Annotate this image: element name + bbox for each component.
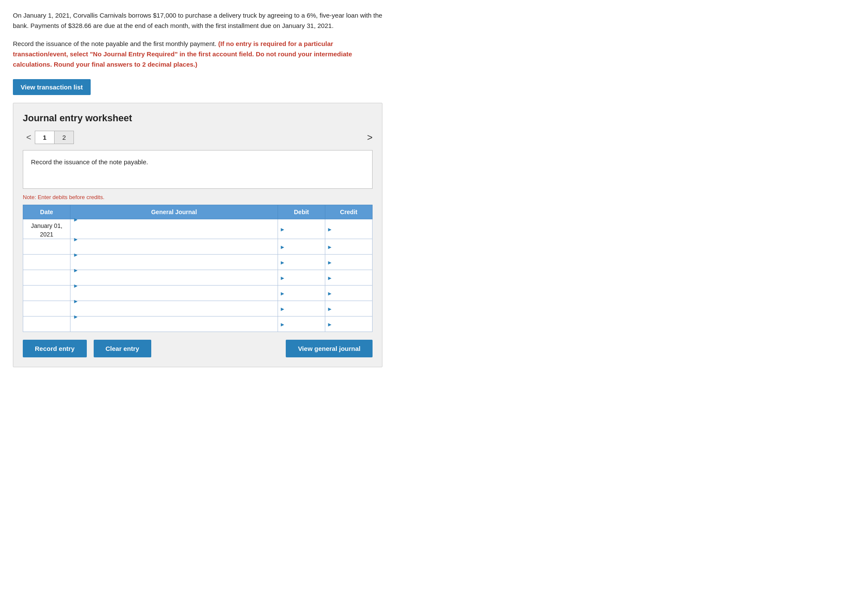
date-cell-5 xyxy=(23,301,70,317)
clear-entry-button[interactable]: Clear entry xyxy=(94,340,151,357)
tab-1[interactable]: 1 xyxy=(35,131,55,144)
tab-next-arrow[interactable]: > xyxy=(367,132,373,143)
credit-input-1[interactable] xyxy=(328,239,370,254)
record-entry-button[interactable]: Record entry xyxy=(23,340,87,357)
credit-arrow-1: ► xyxy=(327,243,333,250)
view-transaction-button[interactable]: View transaction list xyxy=(13,79,91,95)
journal-cell-4[interactable]: ► xyxy=(70,286,278,301)
tab-row: < 1 2 > xyxy=(23,131,373,144)
table-row: ►►► xyxy=(23,317,373,332)
journal-arrow-4: ► xyxy=(73,283,79,289)
debit-cell-1[interactable]: ► xyxy=(278,239,325,255)
credit-input-5[interactable] xyxy=(328,301,370,316)
intro-paragraph2-plain: Record the issuance of the note payable … xyxy=(13,40,218,47)
credit-arrow-2: ► xyxy=(327,259,333,265)
col-header-credit: Credit xyxy=(325,205,373,219)
intro-paragraph2: Record the issuance of the note payable … xyxy=(13,39,382,70)
debit-arrow-3: ► xyxy=(280,274,285,281)
debit-cell-6[interactable]: ► xyxy=(278,317,325,332)
credit-input-4[interactable] xyxy=(328,286,370,301)
debit-arrow-5: ► xyxy=(280,305,285,312)
debit-cell-3[interactable]: ► xyxy=(278,270,325,286)
journal-arrow-3: ► xyxy=(73,267,79,273)
debit-arrow-0: ► xyxy=(280,226,285,232)
journal-cell-6[interactable]: ► xyxy=(70,317,278,332)
debit-input-3[interactable] xyxy=(281,270,322,285)
col-header-general-journal: General Journal xyxy=(70,205,278,219)
credit-cell-3[interactable]: ► xyxy=(325,270,373,286)
journal-arrow-6: ► xyxy=(73,313,79,320)
entry-note: Note: Enter debits before credits. xyxy=(23,194,373,200)
debit-input-4[interactable] xyxy=(281,286,322,301)
credit-input-3[interactable] xyxy=(328,270,370,285)
debit-input-1[interactable] xyxy=(281,239,322,254)
journal-arrow-0: ► xyxy=(73,216,79,223)
debit-input-5[interactable] xyxy=(281,301,322,316)
debit-cell-5[interactable]: ► xyxy=(278,301,325,317)
worksheet-title: Journal entry worksheet xyxy=(23,113,373,124)
debit-input-0[interactable] xyxy=(281,219,322,239)
credit-input-0[interactable] xyxy=(328,219,370,239)
tab-2[interactable]: 2 xyxy=(54,131,74,144)
credit-cell-5[interactable]: ► xyxy=(325,301,373,317)
date-cell-4 xyxy=(23,286,70,301)
journal-cell-2[interactable]: ► xyxy=(70,255,278,270)
journal-arrow-5: ► xyxy=(73,298,79,304)
credit-cell-2[interactable]: ► xyxy=(325,255,373,270)
credit-cell-6[interactable]: ► xyxy=(325,317,373,332)
credit-arrow-3: ► xyxy=(327,274,333,281)
credit-arrow-6: ► xyxy=(327,321,333,327)
debit-arrow-6: ► xyxy=(280,321,285,327)
debit-arrow-4: ► xyxy=(280,290,285,296)
col-header-debit: Debit xyxy=(278,205,325,219)
credit-cell-4[interactable]: ► xyxy=(325,286,373,301)
journal-cell-0[interactable]: ► xyxy=(70,219,278,239)
journal-cell-1[interactable]: ► xyxy=(70,239,278,255)
view-general-journal-button[interactable]: View general journal xyxy=(286,340,373,357)
credit-cell-1[interactable]: ► xyxy=(325,239,373,255)
journal-entry-worksheet: Journal entry worksheet < 1 2 > Record t… xyxy=(13,103,382,367)
journal-input-6[interactable] xyxy=(73,320,275,335)
debit-cell-0[interactable]: ► xyxy=(278,219,325,239)
date-cell-2 xyxy=(23,255,70,270)
credit-cell-0[interactable]: ► xyxy=(325,219,373,239)
journal-arrow-2: ► xyxy=(73,252,79,258)
col-header-date: Date xyxy=(23,205,70,219)
journal-cell-3[interactable]: ► xyxy=(70,270,278,286)
debit-arrow-2: ► xyxy=(280,259,285,265)
description-box: Record the issuance of the note payable. xyxy=(23,150,373,189)
credit-arrow-0: ► xyxy=(327,226,333,232)
debit-cell-2[interactable]: ► xyxy=(278,255,325,270)
journal-table: Date General Journal Debit Credit Januar… xyxy=(23,205,373,332)
tab-prev-arrow[interactable]: < xyxy=(23,131,35,144)
credit-arrow-5: ► xyxy=(327,305,333,312)
intro-paragraph1: On January 1, 2021, Corvallis Carnivals … xyxy=(13,10,382,31)
date-cell-3 xyxy=(23,270,70,286)
debit-input-6[interactable] xyxy=(281,317,322,332)
button-row: Record entry Clear entry View general jo… xyxy=(23,340,373,357)
debit-arrow-1: ► xyxy=(280,243,285,250)
journal-arrow-1: ► xyxy=(73,236,79,243)
date-cell-1 xyxy=(23,239,70,255)
date-cell-0: January 01,2021 xyxy=(23,219,70,239)
debit-input-2[interactable] xyxy=(281,255,322,270)
debit-cell-4[interactable]: ► xyxy=(278,286,325,301)
journal-cell-5[interactable]: ► xyxy=(70,301,278,317)
credit-input-2[interactable] xyxy=(328,255,370,270)
credit-arrow-4: ► xyxy=(327,290,333,296)
credit-input-6[interactable] xyxy=(328,317,370,332)
date-cell-6 xyxy=(23,317,70,332)
